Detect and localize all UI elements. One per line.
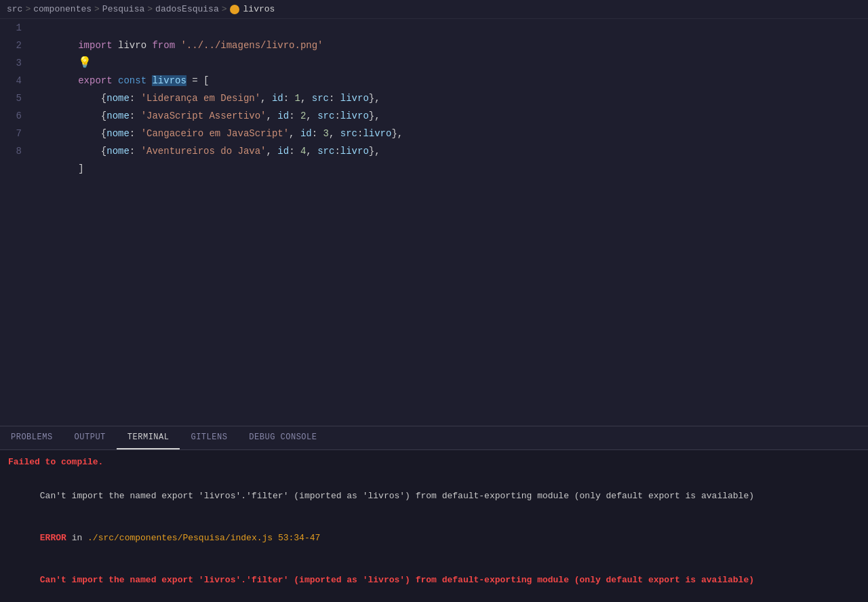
terminal-line-1: Can't import the named export 'livros'.'… xyxy=(8,475,860,517)
tab-debug-label: DEBUG CONSOLE xyxy=(249,433,317,442)
line-number-1: 1 xyxy=(0,19,33,37)
tab-gitlens[interactable]: GITLENS xyxy=(180,426,238,449)
tab-problems[interactable]: PROBLEMS xyxy=(0,426,64,449)
terminal-error-label: ERROR xyxy=(40,533,66,543)
line-number-8: 8 xyxy=(0,142,33,160)
line-number-2: 2 xyxy=(0,37,33,54)
tab-output-label: OUTPUT xyxy=(75,433,106,442)
code-line-3: 3 export const livros = [ xyxy=(0,54,868,72)
terminal-text-1: Can't import the named export 'livros'.'… xyxy=(40,491,754,501)
terminal-error-in: in xyxy=(66,533,87,543)
tab-gitlens-label: GITLENS xyxy=(191,433,227,442)
tab-debug-console[interactable]: DEBUG CONSOLE xyxy=(238,426,328,449)
tab-problems-label: PROBLEMS xyxy=(11,433,53,442)
breadcrumb-componentes[interactable]: componentes xyxy=(33,4,92,14)
terminal-content[interactable]: Failed to compile. Can't import the name… xyxy=(0,450,868,602)
terminal-line-3: Can't import the named export 'livros'.'… xyxy=(8,560,860,602)
breadcrumb-sep-1: > xyxy=(25,4,31,14)
breadcrumb-sep-4: > xyxy=(222,4,227,14)
code-line-7: 7 {nome: 'Aventureiros do Java', id: 4, … xyxy=(0,125,868,142)
terminal-error-line: ERROR in ./src/componentes/Pesquisa/inde… xyxy=(8,517,860,559)
tab-terminal[interactable]: TERMINAL xyxy=(117,426,180,449)
tab-output[interactable]: OUTPUT xyxy=(64,426,117,449)
tab-terminal-label: TERMINAL xyxy=(127,433,170,442)
line-number-5: 5 xyxy=(0,89,33,107)
bottom-panel: PROBLEMS OUTPUT TERMINAL GITLENS DEBUG C… xyxy=(0,426,868,602)
panel-tabs: PROBLEMS OUTPUT TERMINAL GITLENS DEBUG C… xyxy=(0,426,868,450)
code-line-6: 6 {nome: 'Cangaceiro em JavaScript', id:… xyxy=(0,107,868,125)
line-number-6: 6 xyxy=(0,107,33,125)
code-editor[interactable]: 1 import livro from '../../imagens/livro… xyxy=(0,19,868,426)
code-line-1: 1 import livro from '../../imagens/livro… xyxy=(0,19,868,37)
breadcrumb: src > componentes > Pesquisa > dadosEsqu… xyxy=(0,0,868,19)
line-content-8: ] xyxy=(33,142,868,195)
line-number-3: 3 xyxy=(0,54,33,72)
code-line-5: 5 {nome: 'JavaScript Assertivo', id: 2, … xyxy=(0,89,868,107)
breadcrumb-pesquisa[interactable]: Pesquisa xyxy=(102,4,144,14)
breadcrumb-src[interactable]: src xyxy=(7,4,22,14)
breadcrumb-sep-3: > xyxy=(147,4,153,14)
code-lines: 1 import livro from '../../imagens/livro… xyxy=(0,19,868,426)
code-line-8: 8 ] xyxy=(0,142,868,160)
line-number-7: 7 xyxy=(0,125,33,142)
line-number-4: 4 xyxy=(0,72,33,89)
code-line-2: 2 💡 xyxy=(0,37,868,54)
breadcrumb-file-icon xyxy=(230,5,239,14)
breadcrumb-livros[interactable]: livros xyxy=(243,4,275,14)
compile-fail-message: Failed to compile. xyxy=(8,456,860,470)
terminal-error-position: 53:34-47 xyxy=(278,533,320,543)
breadcrumb-dados[interactable]: dadosEsquisa xyxy=(155,4,219,14)
code-line-4: 4 {nome: 'Liderança em Design', id: 1, s… xyxy=(0,72,868,89)
terminal-error-file: ./src/componentes/Pesquisa/index.js xyxy=(87,533,278,543)
terminal-repeat-line: Can't import the named export 'livros'.'… xyxy=(40,575,754,585)
t-bracket-close: ] xyxy=(78,163,83,174)
breadcrumb-sep-2: > xyxy=(94,4,100,14)
